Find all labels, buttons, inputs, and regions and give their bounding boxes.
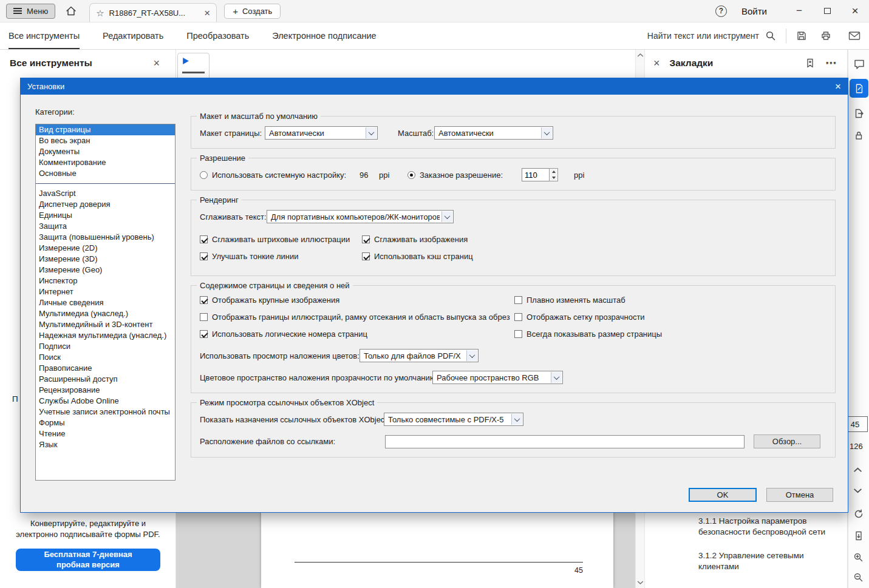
- category-item[interactable]: JavaScript: [36, 188, 175, 199]
- checkbox[interactable]: Сглаживать изображения: [362, 235, 826, 244]
- category-item[interactable]: Единицы: [36, 210, 175, 221]
- category-item[interactable]: Документы: [36, 146, 175, 157]
- page-layout-select[interactable]: Автоматически: [265, 126, 378, 140]
- checkbox[interactable]: Всегда показывать размер страницы: [514, 329, 662, 339]
- tab-close-icon[interactable]: ×: [204, 8, 210, 18]
- checkbox[interactable]: Использовать логические номера страниц: [200, 329, 514, 339]
- category-item[interactable]: Поиск: [36, 352, 175, 363]
- menu-button[interactable]: Меню: [6, 4, 55, 19]
- custom-resolution-radio[interactable]: Заказное разрешение:: [407, 171, 522, 180]
- create-button[interactable]: + Создать: [224, 4, 281, 19]
- category-item[interactable]: Защита: [36, 221, 175, 232]
- category-item[interactable]: Мультимедиа (унаслед.): [36, 308, 175, 319]
- category-item[interactable]: Комментирование: [36, 157, 175, 168]
- checkbox[interactable]: Плавно изменять масштаб: [514, 296, 662, 305]
- category-item[interactable]: Во весь экран: [36, 135, 175, 146]
- page-up-icon[interactable]: [853, 467, 862, 473]
- category-item[interactable]: Учетные записи электронной почты: [36, 407, 175, 417]
- toolbar-tab[interactable]: Преобразовать: [186, 22, 249, 49]
- dialog-close-icon[interactable]: ×: [835, 81, 841, 92]
- refresh-icon[interactable]: [853, 509, 864, 519]
- ok-button[interactable]: OK: [689, 488, 757, 502]
- search-label[interactable]: Найти текст или инструмент: [647, 31, 759, 41]
- category-item[interactable]: Вид страницы: [36, 124, 175, 135]
- link-location-input[interactable]: [385, 435, 745, 448]
- category-item[interactable]: Чтение: [36, 428, 175, 439]
- category-item[interactable]: Интернет: [36, 286, 175, 297]
- checkbox[interactable]: Отображать крупные изображения: [200, 296, 514, 305]
- colorspace-select[interactable]: Рабочее пространство RGB: [432, 371, 563, 384]
- checkbox[interactable]: Отображать границы иллюстраций, рамку от…: [200, 313, 514, 322]
- bookmark-item[interactable]: 3.1.2 Управление сетевыми клиентами: [698, 550, 835, 572]
- category-item[interactable]: Инспектор: [36, 275, 175, 286]
- scroll-up-icon[interactable]: [637, 53, 644, 58]
- category-item[interactable]: Надежная мультимедиа (унаслед.): [36, 330, 175, 341]
- category-item[interactable]: Основные: [36, 168, 175, 179]
- zoom-out-icon[interactable]: [853, 572, 864, 583]
- toolbar-tab[interactable]: Электронное подписание: [272, 22, 376, 49]
- category-item[interactable]: Личные сведения: [36, 297, 175, 308]
- star-icon[interactable]: ☆: [96, 8, 104, 18]
- checkbox-icon: [362, 235, 370, 243]
- checkbox[interactable]: Отображать сетку прозрачности: [514, 313, 662, 322]
- category-item[interactable]: Расширенный доступ: [36, 374, 175, 385]
- overflow-menu-icon[interactable]: ⋯: [825, 58, 836, 69]
- checkbox[interactable]: Использовать кэш страниц: [362, 252, 826, 261]
- category-item[interactable]: Защита (повышенный уровень): [36, 232, 175, 243]
- maximize-button[interactable]: [813, 0, 841, 22]
- home-button[interactable]: [65, 5, 77, 17]
- toolbar-tab[interactable]: Все инструменты: [9, 22, 80, 49]
- print-icon[interactable]: [820, 30, 831, 41]
- page-arrow-icon[interactable]: [853, 530, 864, 541]
- minimize-button[interactable]: −: [785, 0, 813, 22]
- category-item[interactable]: Измерение (Geo): [36, 265, 175, 275]
- save-icon[interactable]: [796, 30, 807, 41]
- checkbox-icon: [200, 330, 208, 338]
- bookmark-item[interactable]: 3.1.1 Настройка параметров безопасности …: [698, 516, 835, 537]
- category-item[interactable]: Диспетчер доверия: [36, 199, 175, 210]
- toolbar-tab[interactable]: Редактировать: [103, 22, 163, 49]
- zoom-in-icon[interactable]: [853, 552, 864, 563]
- browse-button[interactable]: Обзор...: [754, 434, 820, 448]
- help-button[interactable]: ?: [715, 5, 727, 17]
- menu-button-label: Меню: [27, 7, 48, 16]
- spinner-up-icon[interactable]: [552, 171, 556, 173]
- category-item[interactable]: Рецензирование: [36, 385, 175, 396]
- spinner-down-icon[interactable]: [552, 177, 556, 179]
- category-item[interactable]: Службы Adobe Online: [36, 396, 175, 407]
- cancel-button[interactable]: Отмена: [766, 488, 833, 502]
- overprint-select[interactable]: Только для файлов PDF/X: [360, 349, 479, 362]
- add-bookmark-icon[interactable]: [805, 58, 816, 69]
- export-pdf-icon[interactable]: [853, 108, 864, 119]
- category-item[interactable]: Подписи: [36, 341, 175, 352]
- resolution-spinner[interactable]: [549, 168, 558, 181]
- category-item[interactable]: Мультимедийный и 3D-контент: [36, 319, 175, 330]
- email-icon[interactable]: [848, 31, 860, 41]
- checkbox[interactable]: Сглаживать штриховые иллюстрации: [200, 235, 362, 244]
- category-item[interactable]: Измерение (2D): [36, 243, 175, 254]
- page-down-icon[interactable]: [853, 488, 862, 493]
- group-title: Содержимое страницы и сведения о ней: [197, 281, 353, 290]
- tools-panel-close-icon[interactable]: ×: [153, 58, 160, 69]
- scroll-down-icon[interactable]: [637, 580, 644, 585]
- zoom-select[interactable]: Автоматически: [434, 126, 553, 140]
- window-close-button[interactable]: ×: [841, 0, 869, 22]
- checkbox[interactable]: Улучшать тонкие линии: [200, 252, 362, 261]
- smooth-text-select[interactable]: Для портативных компьютеров/ЖК-мониторов: [267, 210, 454, 223]
- protect-icon[interactable]: [853, 130, 864, 141]
- category-item[interactable]: Правописание: [36, 363, 175, 374]
- xobject-show-select[interactable]: Только совместимые с PDF/X-5: [384, 413, 523, 426]
- group-title: Рендеринг: [197, 195, 242, 204]
- active-tool-button[interactable]: [850, 79, 868, 98]
- custom-resolution-input[interactable]: [522, 168, 550, 181]
- category-item[interactable]: Язык: [36, 439, 175, 450]
- search-icon[interactable]: [765, 30, 776, 41]
- trial-button[interactable]: Бесплатная 7-дневная пробная версия: [16, 549, 160, 571]
- comment-icon[interactable]: [853, 58, 865, 70]
- document-tab[interactable]: ☆ R18867_RT-AX58U... ×: [89, 3, 217, 22]
- system-resolution-radio[interactable]: Использовать системную настройку:: [200, 171, 360, 180]
- category-item[interactable]: Формы: [36, 417, 175, 428]
- signin-button[interactable]: Войти: [741, 6, 767, 16]
- bookmarks-close-icon[interactable]: ×: [653, 58, 660, 69]
- category-item[interactable]: Измерение (3D): [36, 254, 175, 265]
